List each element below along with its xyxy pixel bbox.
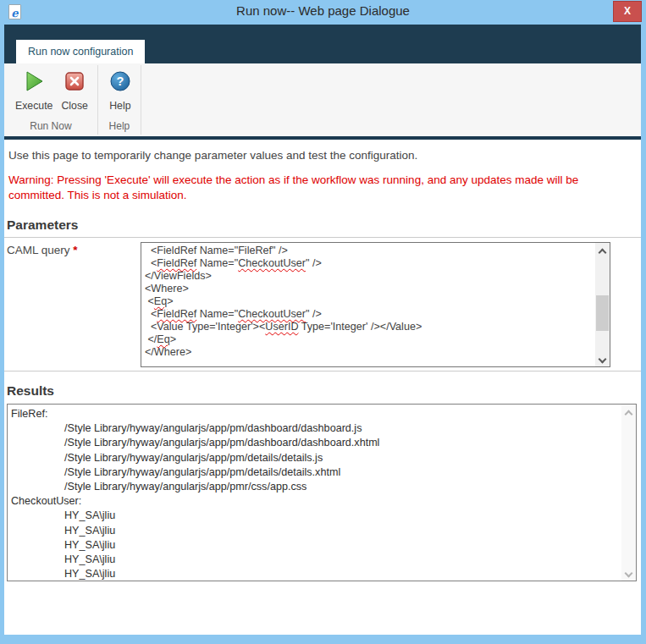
- caml-query-label: CAML query *: [4, 242, 141, 367]
- warning-message: Warning: Pressing 'Execute' will execute…: [8, 173, 637, 203]
- caml-line: </Eq>: [145, 333, 594, 346]
- ribbon-group-help: ? Help Help: [98, 63, 141, 136]
- dialog-body: Run now configuration Ex: [4, 25, 641, 635]
- tab-run-now-configuration[interactable]: Run now configuration: [16, 40, 145, 63]
- caml-query-input[interactable]: <FieldRef Name="FileRef" /> <FieldRef Na…: [141, 242, 610, 367]
- result-line: HY_SA\jliu: [11, 553, 620, 567]
- result-line: HY_SA\jliu: [11, 567, 620, 581]
- caml-line: <Where>: [145, 283, 594, 295]
- result-line: CheckoutUser:: [11, 494, 620, 509]
- window-title: Run now-- Web page Dialogue: [0, 3, 646, 18]
- result-line: /Style Library/hyway/angularjs/app/pm/da…: [11, 436, 620, 450]
- caml-line: <FieldRef Name="CheckoutUser" />: [145, 308, 594, 321]
- result-line: /Style Library/hyway/angularjs/app/pm/de…: [11, 451, 620, 465]
- result-line: FileRef:: [11, 407, 620, 421]
- scroll-up-button[interactable]: [621, 405, 636, 419]
- execute-button[interactable]: Execute: [11, 70, 57, 112]
- svg-text:?: ?: [116, 74, 124, 88]
- close-button[interactable]: Close: [57, 70, 91, 112]
- scroll-up-button[interactable]: [595, 243, 610, 257]
- execute-button-label: Execute: [15, 100, 52, 112]
- caml-query-row: CAML query * <FieldRef Name="FileRef" />…: [4, 242, 641, 367]
- result-line: HY_SA\jliu: [11, 524, 620, 538]
- page-description: Use this page to temporarily change para…: [8, 149, 637, 162]
- result-line: /Style Library/hyway/angularjs/app/pm/de…: [11, 465, 620, 480]
- parameters-heading: Parameters: [7, 217, 641, 233]
- results-heading: Results: [7, 383, 641, 399]
- caml-line: </Where>: [145, 346, 594, 359]
- group-label-help: Help: [98, 120, 141, 136]
- ribbon: Execute Close: [4, 63, 641, 136]
- required-asterisk: *: [73, 244, 77, 256]
- results-scrollbar[interactable]: [621, 405, 636, 581]
- green-play-icon: [23, 70, 45, 96]
- help-button-label: Help: [109, 100, 130, 112]
- result-line: HY_SA\jliu: [11, 538, 620, 553]
- caml-line: <FieldRef Name="FileRef" />: [145, 245, 594, 257]
- title-bar: e Run now-- Web page Dialogue X: [0, 0, 646, 25]
- ribbon-tab-bar: Run now configuration: [4, 25, 641, 63]
- result-line: HY_SA\jliu: [11, 509, 620, 523]
- ribbon-group-run-now: Execute Close: [4, 63, 97, 136]
- ribbon-group-separator: [141, 65, 141, 135]
- result-line: /Style Library/hyway/angularjs/app/pmr/c…: [11, 480, 620, 494]
- divider: [4, 237, 641, 238]
- blue-question-icon: ?: [109, 70, 131, 96]
- caml-line: </ViewFields>: [145, 270, 594, 283]
- dialog-content: Use this page to temporarily change para…: [4, 140, 641, 635]
- scroll-down-button[interactable]: [621, 566, 636, 581]
- results-text: FileRef:/Style Library/hyway/angularjs/a…: [11, 407, 620, 581]
- caml-line: <Eq>: [145, 295, 594, 308]
- help-button[interactable]: ? Help: [105, 70, 135, 112]
- divider: [4, 371, 641, 372]
- group-label-run-now: Run Now: [4, 120, 97, 136]
- caml-line: <Value Type='Integer'><UserID Type='Inte…: [145, 321, 594, 333]
- red-x-icon: [64, 70, 85, 96]
- caml-scrollbar[interactable]: [595, 243, 610, 366]
- caml-query-text: <FieldRef Name="FileRef" /> <FieldRef Na…: [145, 245, 594, 366]
- close-button-label: Close: [61, 100, 87, 112]
- scroll-down-button[interactable]: [595, 352, 610, 366]
- results-panel: FileRef:/Style Library/hyway/angularjs/a…: [7, 404, 637, 581]
- result-line: /Style Library/hyway/angularjs/app/pm/da…: [11, 421, 620, 436]
- dialog-window: e Run now-- Web page Dialogue X Run now …: [0, 0, 646, 644]
- window-close-button[interactable]: X: [613, 1, 642, 22]
- scrollbar-thumb[interactable]: [596, 295, 609, 331]
- caml-line: <FieldRef Name="CheckoutUser" />: [145, 257, 594, 270]
